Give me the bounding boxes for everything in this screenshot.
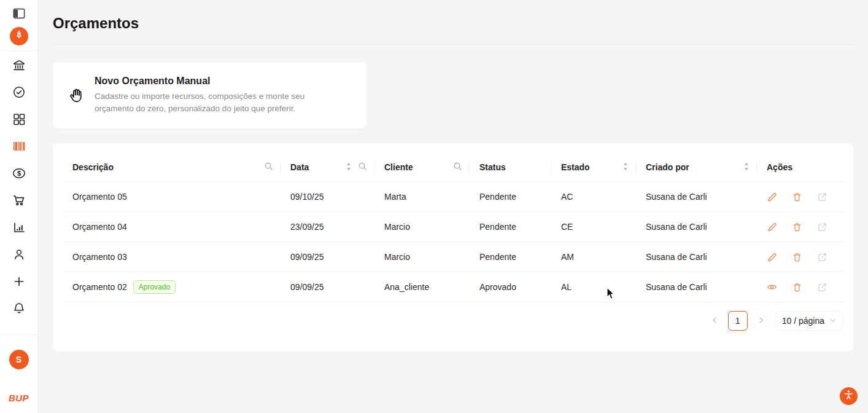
promo-text: Novo Orçamento Manual Cadastre ou import… (95, 76, 343, 115)
rocket-icon (14, 30, 25, 43)
barcode-icon (12, 139, 26, 156)
chevron-right-icon (758, 315, 765, 326)
column-label: Ações (767, 162, 792, 172)
accessibility-widget-button[interactable] (840, 387, 858, 405)
page-header: Orçamentos (53, 0, 853, 45)
cell-estado: CE (551, 212, 636, 242)
accessibility-icon (843, 389, 854, 403)
cart-icon (12, 193, 26, 210)
cell-descricao: Orçamento 05 (63, 182, 281, 212)
cell-status: Pendente (470, 242, 551, 272)
sidebar-item-finance[interactable]: $ (12, 167, 26, 182)
search-icon[interactable] (358, 162, 367, 173)
rocket-button[interactable] (10, 27, 28, 45)
promo-title: Novo Orçamento Manual (95, 76, 343, 87)
sidebar-nav: $ (12, 59, 26, 317)
search-icon[interactable] (453, 162, 462, 173)
cell-acoes (757, 182, 843, 212)
edit-icon[interactable] (767, 192, 777, 202)
column-label: Criado por (646, 162, 689, 172)
sidebar-item-bank[interactable] (12, 59, 26, 74)
cell-status: Pendente (470, 212, 551, 242)
sidebar: $ (0, 0, 38, 413)
column-header-data[interactable]: Data (281, 153, 374, 182)
edit-icon[interactable] (767, 222, 777, 232)
user-avatar[interactable]: S (9, 350, 29, 369)
cell-status: Pendente (470, 182, 551, 212)
column-label: Data (290, 162, 309, 172)
edit-icon[interactable] (767, 252, 777, 262)
cell-descricao: Orçamento 04 (63, 212, 281, 242)
pagination: 1 10 / página (63, 311, 843, 331)
cell-cliente: Ana_cliente (374, 272, 470, 302)
cell-cliente: Marcio (374, 242, 470, 272)
cell-criado-por: Susana de Carli (636, 272, 757, 302)
share-icon[interactable] (817, 192, 827, 202)
sorter-icon[interactable] (346, 162, 352, 173)
column-header-status[interactable]: Status (470, 153, 551, 182)
sorter-icon[interactable] (622, 162, 629, 173)
sidebar-toggle-icon (12, 7, 26, 23)
cell-criado-por: Susana de Carli (636, 212, 757, 242)
plus-icon (12, 274, 26, 291)
sidebar-divider-bottom (0, 334, 38, 335)
sidebar-item-purchases[interactable] (12, 194, 26, 209)
sidebar-item-budgets-active[interactable] (12, 140, 26, 155)
cell-estado: AM (551, 242, 636, 272)
page-size-select[interactable]: 10 / página (775, 311, 843, 331)
cell-estado: AL (551, 272, 636, 302)
sidebar-item-users[interactable] (12, 248, 26, 263)
share-icon[interactable] (817, 222, 827, 232)
cell-estado: AC (551, 182, 636, 212)
table-row: Orçamento 03 09/09/25 Marcio Pendente AM… (63, 242, 843, 272)
cell-data: 09/09/25 (281, 272, 374, 302)
cell-data: 09/09/25 (281, 242, 374, 272)
next-page-button[interactable] (753, 312, 770, 329)
delete-icon[interactable] (792, 222, 802, 232)
column-header-criado-por[interactable]: Criado por (636, 153, 757, 182)
column-label: Descrição (72, 162, 114, 172)
share-icon[interactable] (817, 282, 827, 293)
page-number-button[interactable]: 1 (728, 311, 748, 331)
cell-data: 09/10/25 (281, 182, 374, 212)
hand-icon (68, 87, 86, 115)
dollar-icon: $ (12, 166, 26, 183)
table-header-row: Descrição Data Cliente Status Estado (63, 153, 843, 182)
sidebar-item-reports[interactable] (12, 221, 26, 236)
delete-icon[interactable] (792, 192, 802, 202)
sidebar-item-notifications[interactable] (12, 302, 26, 317)
sidebar-divider-top (0, 50, 38, 51)
bank-icon (12, 58, 26, 75)
page-size-value: 10 / página (782, 316, 824, 326)
cell-cliente: Marta (374, 182, 470, 212)
sorter-icon[interactable] (743, 162, 750, 173)
delete-icon[interactable] (792, 252, 802, 262)
table-row: Orçamento 02 Aprovado 09/09/25 Ana_clien… (63, 272, 843, 302)
sidebar-item-approvals[interactable] (12, 86, 26, 101)
cell-cliente: Marcio (374, 212, 470, 242)
delete-icon[interactable] (792, 282, 802, 293)
cell-data: 23/09/25 (281, 212, 374, 242)
budgets-table: Descrição Data Cliente Status Estado (53, 143, 853, 352)
previous-page-button[interactable] (706, 312, 723, 329)
chevron-left-icon (711, 315, 718, 326)
promo-description: Cadastre ou importe recursos, composiçõe… (95, 90, 343, 115)
page-title: Orçamentos (53, 15, 853, 44)
sidebar-toggle-button[interactable] (12, 7, 26, 22)
new-manual-budget-card[interactable]: Novo Orçamento Manual Cadastre ou import… (53, 62, 366, 128)
main-content: Orçamentos Novo Orçamento Manual Cadastr… (38, 0, 868, 413)
svg-text:$: $ (17, 170, 20, 177)
table-row: Orçamento 05 09/10/25 Marta Pendente AC … (63, 182, 843, 212)
chevron-down-icon (829, 316, 836, 326)
share-icon[interactable] (817, 252, 827, 262)
status-badge: Aprovado (133, 280, 176, 294)
column-header-descricao[interactable]: Descrição (63, 153, 281, 182)
sidebar-item-modules[interactable] (12, 113, 26, 128)
column-header-estado[interactable]: Estado (551, 153, 636, 182)
sidebar-item-add[interactable] (12, 275, 26, 290)
column-label: Cliente (384, 162, 413, 172)
view-icon[interactable] (767, 282, 777, 293)
cell-criado-por: Susana de Carli (636, 182, 757, 212)
column-header-cliente[interactable]: Cliente (374, 153, 470, 182)
search-icon[interactable] (264, 162, 273, 173)
